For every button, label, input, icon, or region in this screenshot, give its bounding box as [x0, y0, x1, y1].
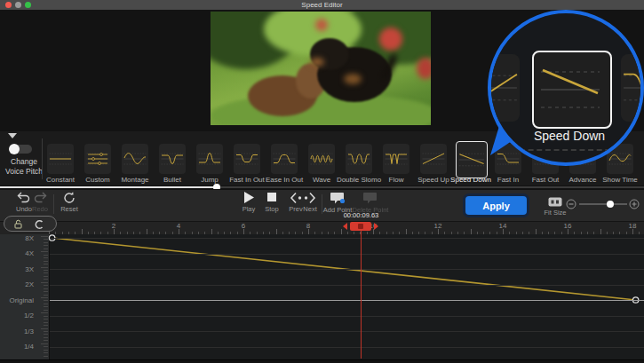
delete-point-button[interactable]: Delete Point: [362, 191, 378, 205]
preset-ease-in-out[interactable]: [271, 144, 298, 174]
gutter-tick: [44, 249, 48, 249]
ruler-tick: [263, 232, 264, 234]
preset-speed-up[interactable]: [420, 144, 447, 174]
ruler-tick: [308, 229, 309, 234]
play-button[interactable]: Play: [242, 191, 255, 204]
lock-icon[interactable]: [13, 219, 23, 229]
original-speed-line: [50, 300, 644, 301]
marker-right-arrow-icon[interactable]: [374, 223, 378, 230]
ruler-tick: [529, 232, 529, 234]
speed-scale-label: 3X: [0, 265, 34, 273]
marker-box[interactable]: [350, 222, 371, 231]
zoom-slider-track[interactable]: [579, 203, 627, 205]
zoom-slider-handle[interactable]: [607, 201, 614, 208]
zoom-in-icon: [629, 199, 640, 209]
preset-flow[interactable]: [383, 144, 409, 174]
preset-label: Montage: [121, 176, 148, 184]
redo-button[interactable]: Redo: [32, 191, 48, 204]
zoom-out-button[interactable]: [566, 199, 576, 209]
loop-icon[interactable]: [34, 219, 44, 230]
ruler-tick: [107, 232, 108, 234]
change-voice-pitch-toggle[interactable]: [11, 145, 32, 154]
ruler-tick: [477, 232, 478, 234]
playhead-line[interactable]: [361, 224, 362, 359]
gutter-tick: [44, 261, 48, 262]
ruler-tick: [464, 232, 465, 234]
preset-fast-in-out[interactable]: [234, 144, 260, 174]
gutter-tick: [44, 257, 48, 258]
flower-red: [379, 28, 402, 51]
preset-label: Jump: [201, 176, 219, 184]
fit-size-button[interactable]: Fit Size: [548, 197, 562, 207]
gutter-tick: [44, 322, 48, 323]
speed-scale-label: 1/4: [0, 343, 34, 351]
preset-wave[interactable]: [308, 144, 335, 174]
gridline: [50, 269, 644, 270]
gutter-tick: [41, 267, 48, 268]
preset-double-slomo[interactable]: [346, 144, 372, 174]
gutter-tick: [44, 306, 48, 307]
preset-speed-down[interactable]: [456, 141, 488, 178]
ruler-tick: [497, 232, 497, 234]
preset-label: Constant: [46, 176, 75, 184]
ruler-tick: [165, 232, 166, 234]
ruler-tick: [457, 232, 458, 234]
gutter-tick: [44, 346, 48, 347]
gutter-tick: [41, 297, 48, 298]
collapse-panel-icon[interactable]: [8, 133, 17, 138]
preset-montage[interactable]: [122, 144, 148, 174]
gutter-tick: [44, 331, 48, 332]
ruler-tick: [554, 232, 555, 234]
gutter-tick: [44, 288, 48, 289]
next-point-button[interactable]: Next: [303, 192, 317, 204]
preset-label: Bullet: [163, 176, 181, 184]
ruler-tick: [322, 232, 322, 234]
ruler-tick: [75, 232, 76, 234]
ruler-tick: [386, 232, 387, 234]
video-preview: [211, 12, 431, 125]
preset-label: Ease In Out: [266, 176, 303, 184]
ruler-tick: [334, 232, 335, 234]
ruler-tick: [55, 232, 56, 234]
gutter-tick: [44, 340, 48, 341]
preset-label: Advance: [568, 176, 596, 184]
ruler-tick: [406, 229, 407, 234]
ruler-tick: [282, 232, 283, 234]
add-point-button[interactable]: Add Point: [330, 191, 346, 205]
ruler-tick: [218, 232, 219, 234]
ruler-tick: [230, 232, 231, 234]
preset-bullet[interactable]: [159, 144, 186, 174]
preset-label: Fast In: [497, 176, 519, 184]
ruler-tick: [444, 232, 445, 234]
preset-custom[interactable]: [84, 144, 111, 174]
apply-button[interactable]: Apply: [465, 196, 527, 215]
ruler-tick: [561, 232, 562, 234]
prev-point-button[interactable]: Prev: [289, 192, 303, 204]
curve-mode-pill: [4, 216, 57, 232]
gutter-tick: [44, 356, 48, 357]
preset-constant[interactable]: [47, 144, 74, 174]
ruler-tick: [127, 232, 128, 234]
stop-button[interactable]: Stop: [266, 191, 278, 204]
ruler-tick: [185, 232, 186, 234]
ruler-tick: [548, 232, 549, 234]
gutter-tick: [41, 328, 48, 329]
zoom-in-button[interactable]: [629, 199, 640, 209]
toggle-knob-icon: [9, 144, 20, 154]
preset-jump[interactable]: [196, 144, 223, 174]
undo-button[interactable]: Undo: [16, 191, 32, 204]
ruler-tick: [399, 232, 400, 234]
gutter-tick: [41, 236, 48, 237]
ruler-tick: [62, 232, 63, 234]
gutter-tick: [44, 325, 48, 326]
marker-left-arrow-icon[interactable]: [343, 223, 347, 230]
zoom-out-icon: [566, 199, 576, 209]
gutter-tick: [44, 276, 48, 277]
gutter-tick: [44, 337, 48, 338]
reset-button[interactable]: Reset: [62, 191, 76, 204]
ruler-tick: [147, 229, 147, 234]
gutter-tick: [44, 352, 48, 353]
ruler-tick: [626, 232, 627, 234]
ruler-tick: [295, 232, 296, 234]
ruler-tick: [328, 232, 329, 234]
